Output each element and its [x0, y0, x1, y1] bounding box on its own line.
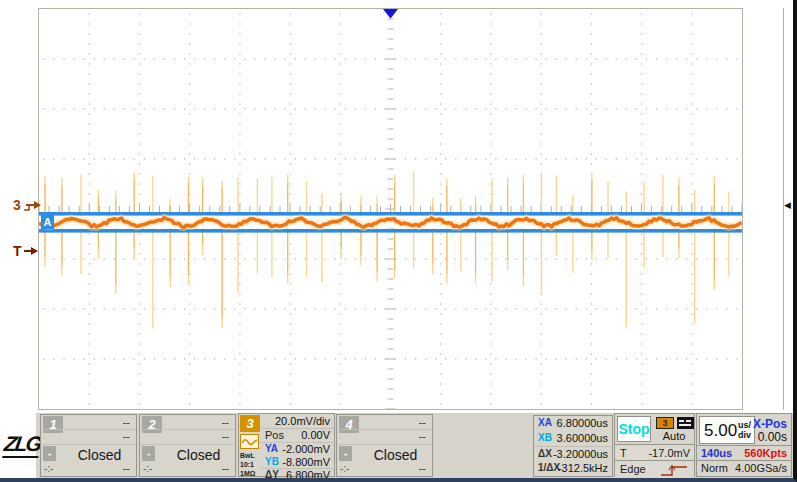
- channel1-scale-value: --: [123, 416, 130, 428]
- channel1-number: 1: [43, 416, 63, 433]
- cursor-invdx-value: -312.5kHz: [558, 462, 608, 474]
- channel2-pos-value: --: [222, 430, 229, 442]
- trigger-type-label[interactable]: Edge: [620, 463, 646, 475]
- timebase-panel: 5.00 us/ div X-Pos 0.00s 140us 560Kpts N…: [696, 413, 792, 477]
- channel4-collapse-button[interactable]: -: [339, 446, 352, 461]
- channel3-number: 3: [240, 415, 260, 432]
- channel3-scale: 20.0mV/div: [275, 415, 330, 427]
- channel1-box[interactable]: 1 -- -- - Closed -:- --: [40, 414, 137, 477]
- trigger-marker-label: T: [13, 243, 22, 259]
- scope-graticule: A: [39, 9, 742, 409]
- cursor-ya-line[interactable]: [39, 212, 742, 216]
- channel3-input-settings: BwL 10:1 1MΩ: [240, 451, 255, 478]
- cursor-dy-value: 6.800mV: [286, 469, 330, 481]
- channel4-box[interactable]: 4 -- -- - Closed -:- --: [336, 414, 433, 477]
- channel2-box[interactable]: 2 -- -- - Closed -:- --: [139, 414, 236, 477]
- channel1-coupling: -:-: [44, 463, 53, 474]
- trigger-level-label: T: [620, 447, 627, 459]
- channel3-bwl: BwL: [240, 451, 255, 460]
- timebase-scale-value: 5.00: [704, 421, 737, 441]
- cursor-dy-label: ΔY: [265, 469, 279, 480]
- oscilloscope-window: A 3 T ◀ ZLG® 1 -- -- - Closed -:- --: [0, 0, 797, 482]
- center-axis-ticks: [39, 9, 742, 409]
- ch3-marker-label: 3: [13, 197, 21, 213]
- timebase-unit-top: us/: [738, 420, 751, 430]
- trigger-source-button[interactable]: 3: [656, 417, 674, 429]
- channel3-box[interactable]: 3 BwL 10:1 1MΩ 20.0mV/div Pos 0.00V YA -…: [238, 413, 335, 477]
- channel4-probe: --: [419, 462, 426, 474]
- trigger-level-arrow-icon: [23, 245, 39, 257]
- cursor-readout-panel: XA 6.80000us XB 3.60000us ΔX -3.20000us …: [533, 415, 613, 477]
- channel3-impedance: 1MΩ: [240, 469, 255, 478]
- channel2-coupling: -:-: [143, 463, 152, 474]
- acquisition-mode[interactable]: Norm: [701, 462, 728, 474]
- cursor-dx-value: -3.20000us: [553, 448, 608, 460]
- cursor-xa-value: 6.80000us: [557, 417, 608, 429]
- right-level-handle-icon[interactable]: ◀: [784, 200, 791, 210]
- trigger-sweep-mode[interactable]: Auto: [653, 430, 695, 442]
- rising-edge-icon: [660, 464, 688, 477]
- cursor-dx-label: ΔX: [538, 448, 552, 459]
- trigger-level-marker[interactable]: T: [13, 243, 39, 259]
- display-mode-icon[interactable]: [677, 417, 694, 429]
- waveform-display[interactable]: A: [38, 8, 743, 410]
- channel4-coupling: -:-: [340, 463, 349, 474]
- trigger-position-icon[interactable]: [383, 9, 398, 19]
- ch3-level-arrow-icon: [22, 198, 42, 212]
- cursor-xb-label: XB: [538, 432, 552, 443]
- cursor-ya-label: YA: [265, 443, 278, 454]
- channel4-status: Closed: [359, 447, 432, 463]
- channel1-pos-value: --: [123, 430, 130, 442]
- xpos-value: 0.00s: [758, 430, 787, 444]
- cursor-invdx-label: 1/ΔX: [538, 462, 560, 473]
- channel4-scale-value: --: [419, 416, 426, 428]
- cursor-a-tag-label: A: [44, 216, 52, 228]
- channel4-pos-value: --: [419, 430, 426, 442]
- memory-window: 140us: [701, 447, 732, 459]
- channel2-collapse-button[interactable]: -: [142, 446, 155, 461]
- cursor-xb-value: 3.60000us: [557, 432, 608, 444]
- channel2-number: 2: [142, 416, 162, 433]
- glitch-spikes-core: [45, 180, 714, 318]
- ch3-level-marker[interactable]: 3: [13, 197, 42, 213]
- cursor-ya-value: -2.000mV: [282, 443, 330, 455]
- glitch-spikes: [45, 172, 729, 329]
- trigger-panel: Stop 3 Auto T -17.0mV Edge: [614, 413, 695, 477]
- sample-rate: 4.00GSa/s: [735, 462, 787, 474]
- channel2-scale-value: --: [222, 416, 229, 428]
- channel1-collapse-button[interactable]: -: [43, 446, 56, 461]
- channel3-pos-label: Pos: [265, 429, 284, 441]
- channel3-pos-value: 0.00V: [301, 429, 330, 441]
- timebase-scale-button[interactable]: 5.00 us/ div: [699, 416, 755, 444]
- timebase-scale-unit: us/ div: [738, 420, 751, 440]
- channel2-probe: --: [222, 462, 229, 474]
- timebase-unit-bottom: div: [738, 430, 751, 440]
- channel1-status: Closed: [63, 447, 136, 463]
- trigger-level-value: -17.0mV: [648, 447, 690, 459]
- channel3-probe-ratio: 10:1: [240, 460, 255, 469]
- channel3-wave-icon: [240, 434, 259, 449]
- memory-points: 560Kpts: [744, 447, 787, 459]
- channel2-status: Closed: [162, 447, 235, 463]
- zlg-logo-text: ZLG: [2, 432, 42, 458]
- cursor-xa-label: XA: [538, 417, 552, 428]
- channel1-probe: --: [123, 462, 130, 474]
- run-stop-button[interactable]: Stop: [617, 416, 651, 442]
- xpos-label: X-Pos: [753, 417, 787, 431]
- channel4-number: 4: [339, 416, 359, 433]
